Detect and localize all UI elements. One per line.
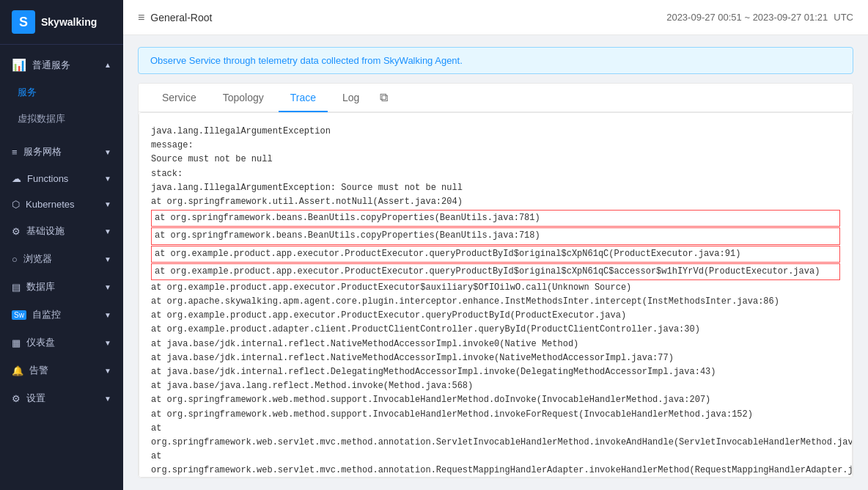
self-monitor-label: 自监控	[32, 308, 61, 321]
sidebar-group-browser[interactable]: ○ 浏览器 ▼	[0, 245, 123, 273]
general-service-icon: 📊	[12, 58, 26, 72]
sidebar-group-dashboard[interactable]: ▦ 仪表盘 ▼	[0, 329, 123, 356]
functions-chevron: ▼	[104, 175, 111, 183]
trace-log-content: java.lang.IllegalArgumentExceptionmessag…	[139, 112, 853, 478]
alert-chevron: ▼	[104, 367, 111, 375]
service-mesh-icon: ≡	[12, 147, 18, 158]
kubernetes-chevron: ▼	[104, 200, 111, 208]
settings-label: 设置	[26, 392, 45, 405]
sidebar-item-virtual-db[interactable]: 虚拟数据库	[0, 106, 123, 132]
sidebar-group-database[interactable]: ▤ 数据库 ▼	[0, 273, 123, 301]
sidebar-group-kubernetes[interactable]: ⬡ Kubernetes ▼	[0, 191, 123, 217]
sidebar: S Skywalking 📊 普通服务 ▲ 服务 虚拟数据库 ≡ 服务网格 ▼ …	[0, 0, 123, 490]
tab-topology[interactable]: Topology	[211, 84, 276, 112]
tab-log[interactable]: Log	[331, 84, 371, 112]
topbar-right: 2023-09-27 00:51 ~ 2023-09-27 01:21 UTC	[666, 12, 853, 23]
topbar-timezone: UTC	[834, 12, 853, 23]
main-content: ≡ General-Root 2023-09-27 00:51 ~ 2023-0…	[123, 0, 868, 490]
dashboard-chevron: ▼	[104, 339, 111, 347]
browser-chevron: ▼	[104, 255, 111, 263]
topbar-time-range: 2023-09-27 00:51 ~ 2023-09-27 01:21	[666, 12, 828, 23]
infrastructure-icon: ⚙	[12, 226, 21, 237]
sidebar-service-label: 服务	[18, 86, 37, 99]
sidebar-logo: S Skywalking	[0, 0, 123, 45]
logo-icon: S	[12, 10, 35, 34]
sidebar-item-service[interactable]: 服务	[0, 79, 123, 106]
kubernetes-icon: ⬡	[12, 199, 20, 210]
sidebar-group-functions[interactable]: ☁ Functions ▼	[0, 166, 123, 191]
self-monitor-chevron: ▼	[104, 311, 111, 319]
dashboard-label: 仪表盘	[26, 336, 55, 349]
alert-icon: 🔔	[12, 365, 23, 376]
sidebar-section-general: 📊 普通服务 ▲ 服务 虚拟数据库	[0, 45, 123, 138]
self-monitor-icon: Sw	[12, 310, 26, 320]
sidebar-group-general-service[interactable]: 📊 普通服务 ▲	[0, 51, 123, 79]
dashboard-icon: ▦	[12, 337, 21, 348]
topbar-menu-icon: ≡	[138, 11, 144, 24]
browser-label: 浏览器	[23, 252, 52, 266]
infrastructure-chevron: ▼	[104, 227, 111, 235]
topbar-title: General-Root	[150, 12, 212, 23]
topbar-left: ≡ General-Root	[138, 11, 212, 24]
browser-icon: ○	[12, 254, 18, 265]
tab-trace[interactable]: Trace	[279, 84, 328, 112]
topbar: ≡ General-Root 2023-09-27 00:51 ~ 2023-0…	[123, 0, 868, 35]
tab-copy-icon[interactable]: ⧉	[374, 84, 394, 111]
general-service-label: 普通服务	[32, 59, 70, 72]
sidebar-group-self-monitor[interactable]: Sw 自监控 ▼	[0, 301, 123, 329]
functions-label: Functions	[27, 173, 68, 184]
settings-icon: ⚙	[12, 393, 21, 404]
sidebar-group-alert[interactable]: 🔔 告警 ▼	[0, 356, 123, 384]
settings-chevron: ▼	[104, 395, 111, 403]
functions-icon: ☁	[12, 173, 21, 184]
general-service-chevron: ▲	[104, 61, 111, 69]
content-area: Observe Service through telemetry data c…	[123, 35, 868, 490]
tab-service[interactable]: Service	[150, 84, 208, 112]
sidebar-group-service-mesh[interactable]: ≡ 服务网格 ▼	[0, 138, 123, 166]
info-banner-text: Observe Service through telemetry data c…	[150, 55, 463, 66]
service-mesh-chevron: ▼	[104, 148, 111, 156]
database-icon: ▤	[12, 282, 21, 293]
sidebar-group-infrastructure[interactable]: ⚙ 基础设施 ▼	[0, 217, 123, 245]
info-banner: Observe Service through telemetry data c…	[138, 47, 853, 74]
kubernetes-label: Kubernetes	[26, 199, 75, 210]
sidebar-virtual-db-label: 虚拟数据库	[18, 112, 65, 125]
sidebar-group-settings[interactable]: ⚙ 设置 ▼	[0, 384, 123, 412]
service-mesh-label: 服务网格	[23, 145, 62, 158]
database-label: 数据库	[26, 280, 55, 293]
alert-label: 告警	[29, 364, 48, 377]
database-chevron: ▼	[104, 283, 111, 291]
infrastructure-label: 基础设施	[26, 224, 65, 238]
logo-text: Skywalking	[41, 16, 97, 28]
tabs-bar: Service Topology Trace Log ⧉	[139, 84, 853, 112]
